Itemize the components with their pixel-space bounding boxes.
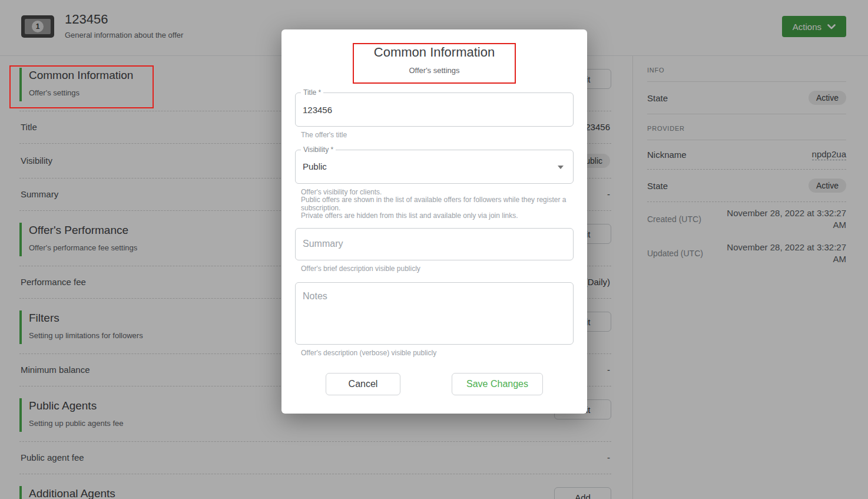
notes-placeholder: Notes xyxy=(303,291,327,302)
title-field-label: Title * xyxy=(301,88,323,97)
summary-field[interactable]: Summary xyxy=(295,228,574,260)
common-information-modal: Common Information Offer's settings Titl… xyxy=(281,29,587,414)
visibility-helper-text: Offer's visibility for clients. Public o… xyxy=(301,189,574,220)
summary-placeholder: Summary xyxy=(303,239,343,249)
notes-helper-text: Offer's description (verbose) visible pu… xyxy=(301,349,574,358)
modal-button-row: Cancel Save Changes xyxy=(295,373,574,395)
title-field[interactable]: Title * 123456 xyxy=(295,92,574,127)
visibility-selected-value: Public xyxy=(303,161,566,171)
summary-helper-text: Offer's brief description visible public… xyxy=(301,265,574,273)
title-helper-text: The offer's title xyxy=(301,131,574,140)
select-dropdown-arrow-icon xyxy=(558,166,564,169)
visibility-select-label: Visibility * xyxy=(301,146,336,154)
modal-subtitle: Offer's settings xyxy=(295,66,574,75)
notes-field[interactable]: Notes xyxy=(295,282,574,345)
save-changes-button[interactable]: Save Changes xyxy=(452,373,543,395)
cancel-button[interactable]: Cancel xyxy=(326,373,400,395)
offer-page: 1 123456 General information about the o… xyxy=(0,0,868,499)
visibility-select[interactable]: Visibility * Public xyxy=(295,150,574,184)
modal-title: Common Information xyxy=(295,44,574,61)
title-input[interactable]: 123456 xyxy=(303,105,566,115)
